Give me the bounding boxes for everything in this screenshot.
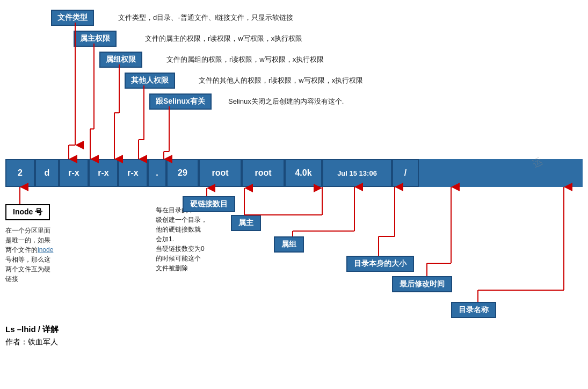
cell-type: d xyxy=(35,159,59,187)
dir-size-box: 目录本身的大小 xyxy=(346,256,414,272)
inode-box: Inode 号 xyxy=(5,204,50,220)
footer-author: 作者：铁血军人 xyxy=(5,337,58,347)
main-container: 文件类型 文件类型，d目录、-普通文件、l链接文件，只显示软链接 属主权限 文件… xyxy=(0,0,588,389)
cell-group: root xyxy=(242,159,285,187)
cell-owner-perm: r-x xyxy=(59,159,89,187)
owner-perm-desc: 文件的属主的权限，r读权限，w写权限，x执行权限 xyxy=(145,34,302,44)
file-type-box: 文件类型 xyxy=(51,10,94,26)
group-perm-desc: 文件的属组的权限，r读权限，w写权限，x执行权限 xyxy=(166,55,324,64)
group-box: 属组 xyxy=(274,236,304,253)
group-perm-box: 属组权限 xyxy=(99,52,142,68)
other-perm-desc: 文件的其他人的权限，r读权限，w写权限，x执行权限 xyxy=(199,76,363,85)
hardlink-desc-text: 每在目录的下一级创建一个目录，他的硬链接数就会加1.当硬链接数变为0的时候可能这… xyxy=(156,205,236,273)
data-row: 2 d r-x r-x r-x . 29 root root 4.0k Jul … xyxy=(5,159,583,187)
cell-inode: 2 xyxy=(5,159,35,187)
owner-perm-box: 属主权限 xyxy=(74,31,117,47)
dir-name-box: 目录名称 xyxy=(451,302,496,318)
cell-group-perm: r-x xyxy=(89,159,118,187)
owner-box: 属主 xyxy=(231,215,261,231)
hardlink-count-box: 硬链接数目 xyxy=(183,196,235,212)
cell-selinux: . xyxy=(148,159,166,187)
inode-desc-text: 在一个分区里面是唯一的，如果两个文件的inode号相等，那么这两个文件互为硬链接 xyxy=(5,226,53,284)
selinux-box: 跟Selinux有关 xyxy=(149,93,212,110)
cell-size: 4.0k xyxy=(285,159,322,187)
last-mod-box: 最后修改时间 xyxy=(392,276,452,292)
cell-hardlink: 29 xyxy=(166,159,199,187)
cell-owner: root xyxy=(199,159,242,187)
footer-command: Ls –lhid / 详解 xyxy=(5,325,59,335)
cell-dirname: / xyxy=(392,159,419,187)
selinux-desc: Selinux关闭之后创建的内容没有这个. xyxy=(228,97,344,106)
cell-other-perm: r-x xyxy=(118,159,148,187)
other-perm-box: 其他人权限 xyxy=(125,73,175,89)
file-type-desc: 文件类型，d目录、-普通文件、l链接文件，只显示软链接 xyxy=(118,13,293,23)
cell-datetime: Jul 15 13:06 xyxy=(322,159,392,187)
